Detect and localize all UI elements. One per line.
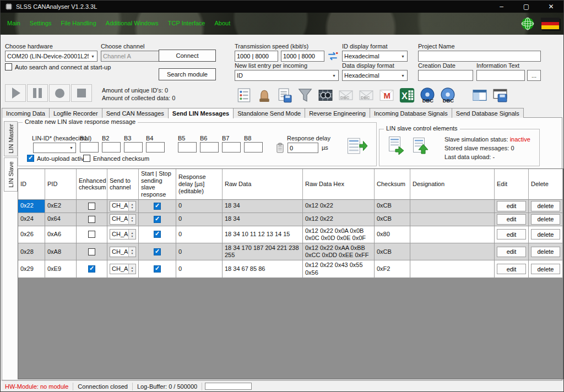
byte-input-b5[interactable] [178, 142, 197, 153]
cell-id[interactable]: 0x29 [18, 260, 45, 277]
tab-reverse-engineering[interactable]: Reverse Engineering [305, 108, 370, 118]
clipboard-icon[interactable] [276, 143, 284, 154]
column-header-checksum[interactable]: Checksum [375, 169, 410, 200]
menu-item-about[interactable]: About [214, 20, 230, 26]
menu-item-main[interactable]: Main [7, 20, 20, 26]
cell-raw-data-hex[interactable]: 0x12 0x22 [303, 200, 375, 213]
byte-input-b1[interactable] [80, 142, 99, 153]
globe-icon[interactable] [520, 17, 535, 31]
byte-input-b4[interactable] [146, 142, 165, 153]
cell-enhanced-checksum[interactable] [77, 226, 107, 243]
cell-checksum[interactable]: 0x80 [375, 226, 410, 243]
delete-button[interactable]: delete [531, 264, 560, 274]
pause-button[interactable] [27, 84, 48, 102]
tab-send-database-signals[interactable]: Send Database Signals [452, 108, 524, 118]
cell-raw-data-hex[interactable]: 0x12 0x22 0x0A 0x0B 0x0C 0x0D 0x0E 0x0F [303, 226, 375, 243]
excel-export-icon[interactable]: X [398, 84, 416, 104]
cell-send-to-channel[interactable]: CH_A [107, 243, 139, 260]
column-header-enhanced[interactable]: Enhanced checksum [77, 169, 107, 200]
message-list-icon[interactable] [235, 84, 253, 104]
sending-cell-checkbox[interactable] [154, 265, 161, 273]
edit-button[interactable]: edit [497, 264, 526, 274]
new-entry-select[interactable]: ID [235, 70, 339, 81]
channel-cell-select[interactable]: CH_A [110, 229, 136, 239]
enhanced-checksum-checkbox-box[interactable] [83, 155, 90, 162]
column-header-start-stop[interactable]: Start | Stop sending slave response [139, 169, 176, 200]
cell-response-delay[interactable]: 0 [176, 260, 223, 277]
search-data-icon[interactable] [316, 84, 335, 104]
cell-delete[interactable]: delete [529, 243, 563, 260]
column-header-send-to[interactable]: Send to channel [107, 169, 139, 200]
cell-checksum[interactable]: 0xCB [375, 243, 410, 260]
dbc-save-icon[interactable]: DBC [418, 84, 437, 104]
cell-sending[interactable] [139, 243, 176, 260]
cell-edit[interactable]: edit [495, 260, 529, 277]
column-header-response-delay-s[interactable]: Response delay [µs] (editable) [176, 169, 223, 200]
cell-send-to-channel[interactable]: CH_A [107, 200, 139, 213]
byte-input-b8[interactable] [244, 142, 263, 153]
upload-response-icon[interactable] [347, 137, 368, 156]
channel-cell-select[interactable]: CH_A [110, 214, 136, 225]
cell-pid[interactable]: 0xA8 [45, 243, 77, 260]
can-speed-input[interactable] [235, 51, 278, 62]
stop-button[interactable] [71, 84, 92, 102]
cell-designation[interactable] [410, 243, 495, 260]
cell-raw-data[interactable]: 18 34 67 85 86 [223, 260, 303, 277]
cell-edit[interactable]: edit [495, 243, 529, 260]
record-button[interactable] [49, 84, 70, 102]
column-header-id[interactable]: ID [18, 169, 45, 200]
enhanced-checksum-cell-checkbox[interactable] [88, 231, 95, 238]
cell-enhanced-checksum[interactable] [77, 260, 107, 277]
creation-date-input[interactable] [418, 70, 473, 81]
cell-edit[interactable]: edit [495, 213, 529, 226]
menu-item-settings[interactable]: Settings [30, 20, 52, 26]
dbc-load-icon[interactable]: DBC [438, 84, 457, 104]
byte-input-b7[interactable] [222, 142, 241, 153]
cell-raw-data-hex[interactable]: 0x12 0x22 0xAA 0xBB 0xCC 0xDD 0xEE 0xFF [303, 243, 375, 260]
maximize-button[interactable]: ▢ [514, 1, 539, 13]
german-flag-icon[interactable] [541, 18, 560, 30]
channel-cell-arrows-icon[interactable] [128, 215, 135, 224]
cell-edit[interactable]: edit [495, 200, 529, 213]
upload-slave-data-icon[interactable] [387, 136, 406, 156]
cell-checksum[interactable]: 0xCB [375, 200, 410, 213]
lin-speed-input[interactable] [281, 51, 324, 62]
cell-response-delay[interactable]: 0 [176, 213, 223, 226]
edit-button[interactable]: edit [497, 229, 526, 239]
column-header-raw-data[interactable]: Raw Data [223, 169, 303, 200]
cell-enhanced-checksum[interactable] [77, 200, 107, 213]
edit-button[interactable]: edit [497, 214, 526, 225]
cell-enhanced-checksum[interactable] [77, 213, 107, 226]
minimize-button[interactable]: – [489, 1, 514, 13]
sending-cell-checkbox[interactable] [154, 216, 161, 223]
cell-designation[interactable] [410, 226, 495, 243]
cell-designation[interactable] [410, 200, 495, 213]
save-layout-icon[interactable] [491, 84, 509, 104]
cell-send-to-channel[interactable]: CH_A [107, 260, 139, 277]
cell-checksum[interactable]: 0xF2 [375, 260, 410, 277]
column-header-designation[interactable]: Designation [410, 169, 495, 200]
cell-delete[interactable]: delete [529, 200, 563, 213]
cell-sending[interactable] [139, 260, 176, 277]
cell-response-delay[interactable]: 0 [176, 243, 223, 260]
cell-raw-data[interactable]: 18 34 170 187 204 221 238 255 [223, 243, 303, 260]
id-format-select[interactable]: Hexadecimal [342, 51, 408, 62]
cell-raw-data[interactable]: 18 34 [223, 213, 303, 226]
cell-pid[interactable]: 0xA6 [45, 226, 77, 243]
cell-id[interactable]: 0x24 [18, 213, 45, 226]
delete-button[interactable]: delete [531, 229, 560, 239]
auto-search-checkbox[interactable]: Auto search and connect at start-up [5, 63, 111, 70]
enhanced-checksum-cell-checkbox[interactable] [88, 203, 95, 210]
byte-input-b2[interactable] [102, 142, 121, 153]
sending-cell-checkbox[interactable] [154, 203, 161, 210]
cell-pid[interactable]: 0xE2 [45, 200, 77, 213]
project-name-input[interactable] [418, 51, 541, 62]
connect-button[interactable]: Connect [159, 50, 216, 62]
auto-upload-checkbox[interactable]: Auto-upload active [27, 155, 87, 162]
column-header-raw-data-hex[interactable]: Raw Data Hex [303, 169, 375, 200]
cell-raw-data-hex[interactable]: 0x12 0x22 [303, 213, 375, 226]
cell-id[interactable]: 0x26 [18, 226, 45, 243]
cell-id[interactable]: 0x28 [18, 243, 45, 260]
channel-cell-arrows-icon[interactable] [128, 247, 135, 257]
cell-raw-data-hex[interactable]: 0x12 0x22 0x43 0x55 0x56 [303, 260, 375, 277]
